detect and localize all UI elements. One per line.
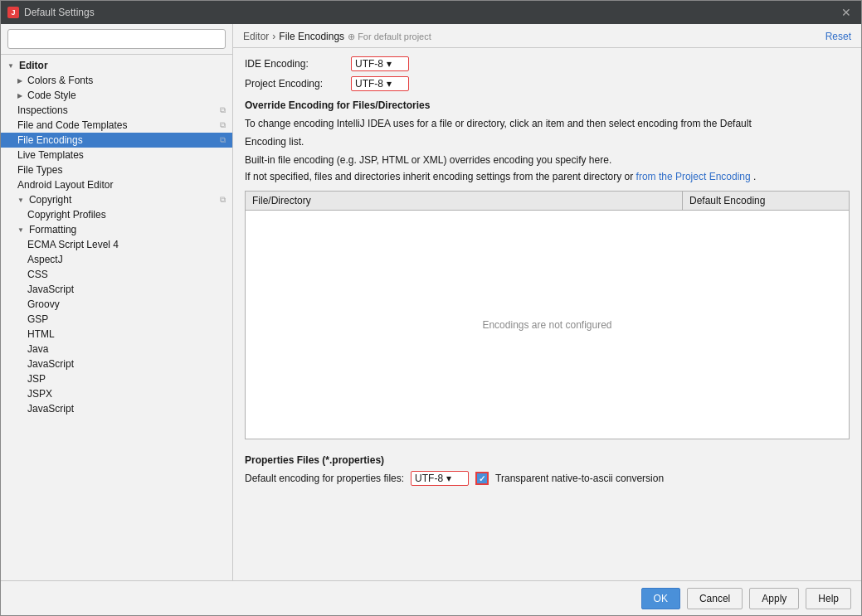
sidebar-item-html[interactable]: HTML [1, 327, 232, 342]
properties-title: Properties Files (*.properties) [245, 454, 850, 466]
sidebar-item-copyright-profiles[interactable]: Copyright Profiles [1, 207, 232, 222]
search-input[interactable] [7, 29, 226, 49]
ok-button[interactable]: OK [641, 588, 680, 609]
expand-arrow: ▼ [17, 226, 24, 234]
sidebar-item-formatting[interactable]: ▼ Formatting [1, 222, 232, 237]
sidebar-item-file-encodings[interactable]: File Encodings ⧉ [1, 133, 232, 148]
expand-arrow: ▶ [17, 92, 22, 99]
sidebar-item-label: Copyright Profiles [27, 209, 106, 221]
properties-encoding-value: UTF-8 [415, 473, 443, 484]
sidebar-item-file-types[interactable]: File Types [1, 162, 232, 177]
properties-encoding-dropdown[interactable]: UTF-8 ▾ [411, 471, 469, 486]
expand-arrow: ▼ [17, 196, 24, 204]
sidebar-item-label: JSP [27, 373, 46, 385]
table-col-file: File/Directory [246, 192, 683, 210]
project-encoding-row: Project Encoding: UTF-8 ▾ [245, 76, 850, 91]
reset-button[interactable]: Reset [825, 31, 851, 42]
close-button[interactable]: ✕ [838, 4, 855, 21]
sidebar-item-label: File and Code Templates [17, 119, 217, 131]
sidebar-item-label: Formatting [29, 224, 76, 235]
dropdown-arrow-icon: ▾ [387, 78, 392, 90]
sidebar-item-label: CSS [27, 269, 48, 280]
sidebar-item-javascript3[interactable]: JavaScript [1, 401, 232, 416]
properties-label: Default encoding for properties files: [245, 473, 404, 484]
dropdown-arrow-icon: ▾ [446, 473, 451, 484]
copy-icon: ⧉ [220, 120, 226, 130]
sidebar: ▼ Editor ▶ Colors & Fonts ▶ Code Style I… [1, 24, 233, 580]
override-desc2: Encoding list. [245, 134, 850, 149]
sidebar-item-copyright[interactable]: ▼ Copyright ⧉ [1, 192, 232, 207]
builtin-text2-end: . [753, 171, 756, 182]
transparent-conversion-checkbox[interactable]: ✓ [475, 472, 489, 485]
encoding-table: File/Directory Default Encoding Encoding… [245, 191, 850, 439]
project-encoding-dropdown[interactable]: UTF-8 ▾ [351, 76, 409, 91]
sidebar-tree: ▼ Editor ▶ Colors & Fonts ▶ Code Style I… [1, 55, 232, 580]
sidebar-item-groovy[interactable]: Groovy [1, 297, 232, 312]
sidebar-item-aspectj[interactable]: AspectJ [1, 252, 232, 267]
sidebar-item-colors-fonts[interactable]: ▶ Colors & Fonts [1, 73, 232, 88]
sidebar-item-label: JavaScript [27, 358, 74, 370]
table-col-encoding: Default Encoding [683, 192, 849, 210]
search-box [1, 24, 232, 55]
sidebar-item-file-code-templates[interactable]: File and Code Templates ⧉ [1, 118, 232, 133]
override-desc1: To change encoding IntelliJ IDEA uses fo… [245, 116, 850, 131]
sidebar-item-gsp[interactable]: GSP [1, 312, 232, 327]
sidebar-item-label: Colors & Fonts [27, 75, 93, 86]
builtin-text2-part1: If not specified, files and directories … [245, 171, 633, 182]
sidebar-item-label: File Encodings [17, 134, 217, 146]
sidebar-item-jspx[interactable]: JSPX [1, 386, 232, 401]
title-bar-left: J Default Settings [7, 7, 95, 18]
project-encoding-value: UTF-8 [355, 78, 383, 90]
breadcrumb: Editor › File Encodings ⊕ For default pr… [243, 31, 431, 42]
app-icon: J [7, 7, 19, 18]
ide-encoding-label: IDE Encoding: [245, 58, 344, 70]
breadcrumb-sep: › [272, 31, 275, 42]
sidebar-item-css[interactable]: CSS [1, 267, 232, 282]
sidebar-item-javascript1[interactable]: JavaScript [1, 282, 232, 297]
properties-row: Default encoding for properties files: U… [245, 471, 850, 486]
sidebar-item-android-layout[interactable]: Android Layout Editor [1, 177, 232, 192]
sidebar-item-jsp[interactable]: JSP [1, 371, 232, 386]
sidebar-item-label: Copyright [29, 194, 217, 206]
sidebar-item-java[interactable]: Java [1, 342, 232, 357]
sidebar-item-label: AspectJ [27, 254, 63, 265]
sidebar-item-label: Live Templates [17, 149, 84, 161]
sidebar-item-label: HTML [27, 328, 55, 340]
project-encoding-link[interactable]: from the Project Encoding [636, 171, 751, 182]
copy-icon: ⧉ [220, 105, 226, 115]
ide-encoding-dropdown[interactable]: UTF-8 ▾ [351, 56, 409, 71]
panel-body: IDE Encoding: UTF-8 ▾ Project Encoding: … [233, 48, 861, 580]
sidebar-item-live-templates[interactable]: Live Templates [1, 148, 232, 162]
sidebar-item-label: GSP [27, 313, 48, 325]
project-encoding-label: Project Encoding: [245, 78, 344, 90]
copy-icon: ⧉ [220, 195, 226, 205]
sidebar-item-label: ECMA Script Level 4 [27, 239, 119, 250]
table-body-empty: Encodings are not configured [246, 211, 849, 439]
right-panel: Editor › File Encodings ⊕ For default pr… [233, 24, 861, 580]
ide-encoding-row: IDE Encoding: UTF-8 ▾ [245, 56, 850, 71]
sidebar-item-label: File Types [17, 164, 62, 176]
sidebar-item-ecma-script[interactable]: ECMA Script Level 4 [1, 237, 232, 252]
sidebar-item-javascript2[interactable]: JavaScript [1, 357, 232, 371]
apply-button[interactable]: Apply [749, 588, 799, 609]
sidebar-item-code-style[interactable]: ▶ Code Style [1, 88, 232, 103]
help-button[interactable]: Help [806, 588, 851, 609]
cancel-button[interactable]: Cancel [687, 588, 743, 609]
dropdown-arrow-icon: ▾ [387, 58, 392, 70]
builtin-text1: Built-in file encoding (e.g. JSP, HTML o… [245, 153, 850, 167]
sidebar-item-inspections[interactable]: Inspections ⧉ [1, 103, 232, 118]
sidebar-item-label: Android Layout Editor [17, 179, 113, 191]
window-title: Default Settings [24, 7, 95, 18]
settings-window: J Default Settings ✕ ▼ Editor ▶ Colors &… [0, 0, 862, 616]
properties-section: Properties Files (*.properties) Default … [245, 448, 850, 486]
copy-icon: ⧉ [220, 135, 226, 145]
sidebar-item-label: Groovy [27, 298, 60, 310]
main-content: ▼ Editor ▶ Colors & Fonts ▶ Code Style I… [1, 24, 861, 580]
sidebar-section-editor[interactable]: ▼ Editor [1, 58, 232, 73]
override-section-title: Override Encoding for Files/Directories [245, 99, 850, 111]
ide-encoding-value: UTF-8 [355, 58, 383, 70]
sidebar-item-label: Code Style [27, 90, 76, 101]
sidebar-item-label: JavaScript [27, 403, 74, 415]
table-empty-text: Encodings are not configured [482, 319, 611, 331]
expand-icon: ▼ [7, 62, 14, 70]
